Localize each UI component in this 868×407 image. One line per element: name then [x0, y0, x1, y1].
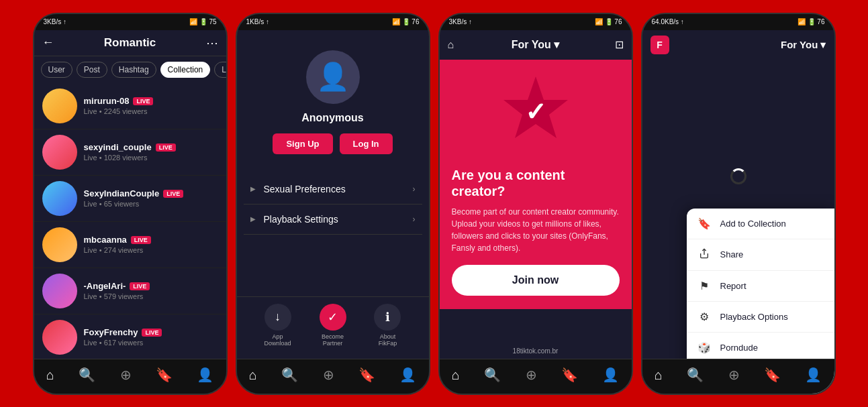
nav-bookmark-1[interactable]: 🔖 [156, 367, 173, 383]
porndude-icon: 🎲 [697, 341, 711, 354]
avatar-6 [42, 320, 77, 355]
nav-add-1[interactable]: ⊕ [120, 367, 132, 383]
filter-post[interactable]: Post [77, 62, 107, 78]
ctx-report[interactable]: ⚑ Report [687, 271, 834, 302]
status-icons-2: 📶 🔋 76 [392, 18, 420, 25]
page-title-1: Romantic [104, 36, 156, 50]
ctx-add-collection[interactable]: 🔖 Add to Collection [687, 209, 834, 239]
phone4-content: 🔖 Add to Collection Share ⚑ Re [642, 60, 834, 394]
live-name-1: mirurun-08 [84, 96, 130, 106]
app-logo: F [650, 36, 669, 54]
filter-hashtag[interactable]: Hashtag [111, 62, 156, 78]
nav-home-2[interactable]: ⌂ [249, 367, 257, 383]
nav-home-3[interactable]: ⌂ [452, 367, 460, 383]
phone3-right-icon[interactable]: ⊡ [615, 38, 624, 51]
menu-arrow-1: › [413, 184, 416, 194]
filter-collection[interactable]: Collection [160, 62, 211, 78]
live-list: mirurun-08 LIVE Live • 2245 viewers sexy… [34, 83, 226, 359]
live-item-2[interactable]: sexyindi_couple LIVE Live • 1028 viewers [34, 129, 226, 176]
status-speed-1: 3KB/s ↑ [44, 18, 66, 25]
nav-bookmark-3[interactable]: 🔖 [561, 367, 578, 383]
status-icons-4: 📶 🔋 76 [798, 18, 825, 25]
partner-icon: ✓ [320, 304, 346, 331]
nav-bookmark-4[interactable]: 🔖 [764, 367, 781, 383]
ctx-label-playback: Playback Options [720, 312, 788, 322]
nav-bookmark-2[interactable]: 🔖 [358, 367, 375, 383]
status-icons-1: 📶 🔋 75 [189, 18, 217, 25]
ctx-share[interactable]: Share [687, 239, 834, 271]
auth-buttons: Sign Up Log In [273, 133, 392, 154]
flag-icon: ⚑ [697, 280, 711, 292]
nav-profile-2[interactable]: 👤 [399, 367, 416, 383]
live-item-3[interactable]: SexyIndianCouple LIVE Live • 65 viewers [34, 176, 226, 222]
action-about[interactable]: ℹ AboutFikFap [374, 304, 401, 347]
watermark: 18tiktok.com.br [513, 347, 559, 355]
bottom-nav-3: ⌂ 🔍 ⊕ 🔖 👤 [440, 359, 632, 394]
creator-heading: Are you a content creator? [452, 167, 620, 199]
menu-sexual-preferences[interactable]: ▶ Sexual Preferences › [244, 174, 422, 205]
about-icon: ℹ [374, 304, 401, 331]
join-button[interactable]: Join now [452, 265, 620, 296]
live-name-6: FoxyFrenchy [84, 327, 138, 337]
download-icon: ↓ [264, 304, 291, 331]
menu-playback-settings[interactable]: ▶ Playback Settings › [244, 205, 422, 235]
live-viewers-6: Live • 617 viewers [84, 339, 218, 347]
back-icon-1[interactable]: ← [42, 36, 54, 50]
nav-home-1[interactable]: ⌂ [46, 367, 54, 383]
for-you-label-4[interactable]: For You ▾ [781, 39, 826, 51]
nav-add-2[interactable]: ⊕ [323, 367, 334, 383]
phone-2: 1KB/s ↑ 📶 🔋 76 👤 Anonymous Sign Up Log I… [236, 13, 430, 395]
nav-search-3[interactable]: 🔍 [484, 367, 501, 383]
nav-home-4[interactable]: ⌂ [655, 367, 663, 383]
nav-profile-1[interactable]: 👤 [197, 367, 213, 383]
about-label: AboutFikFap [379, 333, 397, 347]
live-item-5[interactable]: -AngelAri- LIVE Live • 579 viewers [34, 268, 226, 314]
live-item-4[interactable]: mbcaanna LIVE Live • 274 viewers [34, 222, 226, 268]
live-name-2: sexyindi_couple [84, 142, 152, 152]
nav-search-4[interactable]: 🔍 [687, 367, 704, 383]
nav-add-4[interactable]: ⊕ [728, 367, 740, 383]
profile-section: 👤 Anonymous Sign Up Log In [237, 30, 429, 168]
live-info-6: FoxyFrenchy LIVE Live • 617 viewers [84, 327, 218, 347]
live-badge-1: LIVE [133, 97, 153, 105]
phone4-header: F For You ▾ [642, 30, 834, 60]
filter-user[interactable]: User [41, 62, 73, 78]
bookmark-icon: 🔖 [697, 217, 711, 230]
status-speed-2: 1KB/s ↑ [246, 18, 269, 25]
phone3-left-icon[interactable]: ⌂ [448, 39, 454, 51]
signup-button[interactable]: Sign Up [273, 133, 332, 154]
nav-search-1[interactable]: 🔍 [79, 367, 95, 383]
nav-profile-4[interactable]: 👤 [805, 367, 822, 383]
partner-label: BecomePartner [322, 333, 344, 347]
download-label: AppDownload [264, 333, 291, 347]
more-icon-1[interactable]: ⋯ [206, 36, 218, 50]
ctx-label-collection: Add to Collection [720, 219, 786, 229]
avatar-1 [42, 89, 77, 123]
gear-icon: ⚙ [697, 310, 711, 323]
live-viewers-1: Live • 2245 viewers [84, 107, 218, 115]
live-info-2: sexyindi_couple LIVE Live • 1028 viewers [84, 142, 218, 162]
live-item-1[interactable]: mirurun-08 LIVE Live • 2245 viewers [34, 83, 226, 129]
ctx-playback[interactable]: ⚙ Playback Options [687, 302, 834, 333]
status-bar-1: 3KB/s ↑ 📶 🔋 75 [34, 14, 226, 30]
login-button[interactable]: Log In [340, 133, 393, 154]
for-you-label-3[interactable]: For You ▾ [512, 38, 559, 51]
nav-search-2[interactable]: 🔍 [281, 367, 298, 383]
status-speed-4: 64.0KB/s ↑ [652, 18, 684, 25]
live-info-1: mirurun-08 LIVE Live • 2245 viewers [84, 96, 218, 115]
profile-avatar: 👤 [306, 50, 360, 104]
live-item-6[interactable]: FoxyFrenchy LIVE Live • 617 viewers [34, 314, 226, 359]
live-name-4: mbcaanna [84, 235, 127, 245]
filter-more[interactable]: L [214, 62, 226, 78]
avatar-3 [42, 181, 77, 216]
avatar-4 [42, 227, 77, 262]
nav-profile-3[interactable]: 👤 [602, 367, 619, 383]
menu-arrow-2: › [413, 215, 416, 224]
live-viewers-5: Live • 579 viewers [84, 292, 218, 300]
live-badge-4: LIVE [131, 236, 151, 244]
ctx-label-porndude: Porndude [720, 343, 758, 353]
action-download[interactable]: ↓ AppDownload [264, 304, 291, 347]
action-partner[interactable]: ✓ BecomePartner [320, 304, 346, 347]
live-name-5: -AngelAri- [84, 281, 126, 291]
nav-add-3[interactable]: ⊕ [526, 367, 537, 383]
